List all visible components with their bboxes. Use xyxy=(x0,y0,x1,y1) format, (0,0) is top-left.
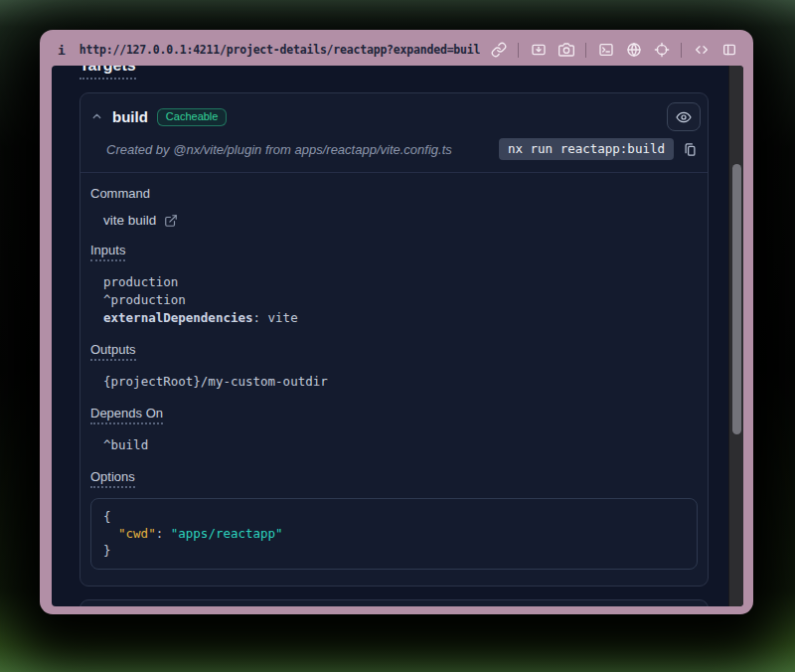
targets-heading: Targets xyxy=(80,66,728,80)
toolbar-divider xyxy=(681,43,682,58)
split-panel-icon[interactable] xyxy=(720,42,737,59)
eye-icon xyxy=(676,109,692,125)
cacheable-badge: Cacheable xyxy=(157,108,228,126)
code-icon[interactable] xyxy=(693,42,710,59)
globe-icon[interactable] xyxy=(625,42,642,59)
address-bar-url[interactable]: http://127.0.0.1:4211/project-details/re… xyxy=(80,43,480,57)
inputs-label: Inputs xyxy=(90,243,698,261)
depends-on-item: ^build xyxy=(103,436,698,454)
command-row: vite build xyxy=(103,213,698,228)
terminal-icon[interactable] xyxy=(597,42,614,59)
copy-icon[interactable] xyxy=(683,142,698,157)
options-json-block: { "cwd": "apps/reactapp" } xyxy=(90,498,698,570)
inputs-list: production ^production externalDependenc… xyxy=(103,273,698,327)
chevron-up-icon[interactable] xyxy=(90,110,103,123)
page-viewport: Targets build Cacheable xyxy=(52,66,743,606)
toolbar-divider xyxy=(518,43,519,58)
options-label: Options xyxy=(90,469,698,488)
scrollbar-track[interactable] xyxy=(728,66,743,606)
info-icon[interactable]: i xyxy=(58,43,66,58)
project-details-page: Targets build Cacheable xyxy=(52,66,728,606)
output-item: {projectRoot}/my-custom-outdir xyxy=(103,373,698,391)
screenshot-icon[interactable] xyxy=(530,42,547,59)
serve-card-header[interactable]: serve vite serve xyxy=(80,600,708,606)
command-label: Command xyxy=(90,186,698,201)
outputs-label: Outputs xyxy=(90,342,698,361)
target-card-build: build Cacheable Created by @nx/vite/plug… xyxy=(80,92,709,587)
external-link-icon[interactable] xyxy=(164,214,178,228)
run-command-chip[interactable]: nx run reactapp:build xyxy=(499,138,674,160)
target-name-build[interactable]: build xyxy=(112,108,148,125)
build-card-body: Command vite build Inputs production ^pr… xyxy=(80,173,708,586)
browser-titlebar: i http://127.0.0.1:4211/project-details/… xyxy=(40,30,753,66)
toolbar-divider xyxy=(585,43,586,58)
depends-on-label: Depends On xyxy=(90,406,698,424)
target-card-serve: serve vite serve xyxy=(80,599,709,606)
build-card-header[interactable]: build Cacheable xyxy=(80,93,708,131)
created-by-text: Created by @nx/vite/plugin from apps/rea… xyxy=(106,142,452,157)
input-item: ^production xyxy=(103,291,698,309)
command-value: vite build xyxy=(103,213,156,228)
build-card-subheader: Created by @nx/vite/plugin from apps/rea… xyxy=(80,131,708,173)
browser-window: i http://127.0.0.1:4211/project-details/… xyxy=(40,30,753,614)
view-in-graph-button[interactable] xyxy=(667,102,701,131)
input-item: production xyxy=(103,273,698,291)
camera-icon[interactable] xyxy=(557,42,574,59)
input-item: externalDependencies: vite xyxy=(103,309,698,327)
target-icon[interactable] xyxy=(653,42,670,59)
depends-on-list: ^build xyxy=(103,436,698,454)
titlebar-toolbar xyxy=(490,42,737,59)
scrollbar-thumb[interactable] xyxy=(732,164,741,434)
link-icon[interactable] xyxy=(490,42,507,59)
outputs-list: {projectRoot}/my-custom-outdir xyxy=(103,373,698,391)
